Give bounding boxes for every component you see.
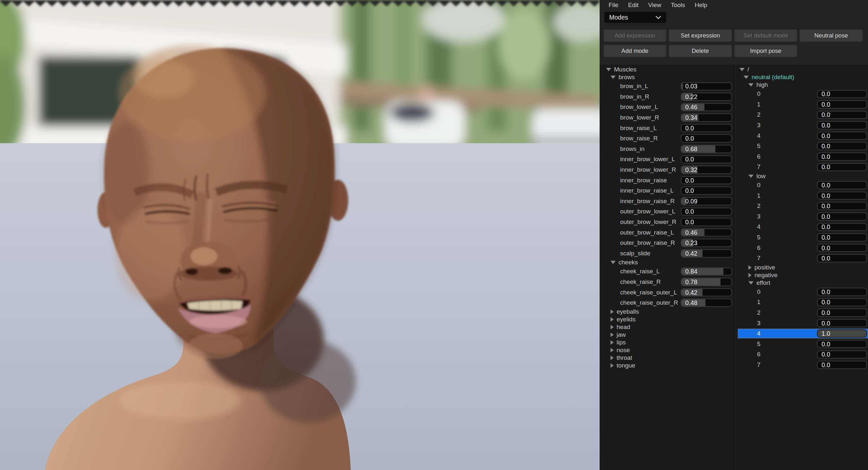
- param-row-outer-brow-lower-l[interactable]: outer_brow_lower_L0.0: [600, 206, 734, 217]
- param-row-cheek-raise-l[interactable]: cheek_raise_L0.84: [600, 266, 734, 277]
- value-slider[interactable]: 0.0: [817, 223, 867, 231]
- value-slider[interactable]: 0.0: [817, 90, 867, 98]
- tree-group-jaw[interactable]: jaw: [600, 331, 734, 339]
- tree-group-neutral-default[interactable]: neutral (default): [735, 73, 868, 81]
- value-slider[interactable]: 0.0: [681, 208, 732, 216]
- value-slider[interactable]: 0.78: [681, 278, 732, 286]
- value-slider[interactable]: 0.84: [681, 268, 732, 276]
- value-slider[interactable]: 0.0: [817, 350, 867, 359]
- param-row-2[interactable]: 20.0: [735, 109, 868, 120]
- expand-icon[interactable]: [611, 356, 614, 360]
- value-slider[interactable]: 1.0: [817, 329, 867, 338]
- value-slider[interactable]: 0.23: [681, 239, 732, 247]
- param-row-7[interactable]: 70.0: [735, 253, 868, 264]
- param-row-4[interactable]: 41.0: [735, 328, 868, 339]
- value-slider[interactable]: 0.0: [817, 111, 867, 119]
- add-mode-button[interactable]: Add mode: [603, 45, 666, 57]
- value-slider[interactable]: 0.0: [817, 132, 867, 140]
- param-row-4[interactable]: 40.0: [735, 222, 868, 232]
- tree-group-negative[interactable]: negative: [735, 271, 868, 279]
- param-row-brow-raise-r[interactable]: brow_raise_R0.0: [600, 133, 734, 144]
- expand-icon[interactable]: [748, 273, 752, 277]
- add-expression-button[interactable]: Add expression: [603, 30, 666, 42]
- tree-group-head[interactable]: head: [600, 323, 734, 331]
- param-row-cheek-raise-r[interactable]: cheek_raise_R0.78: [600, 277, 734, 288]
- delete-button[interactable]: Delete: [669, 45, 732, 57]
- value-slider[interactable]: 0.0: [817, 233, 867, 242]
- param-row-5[interactable]: 50.0: [735, 232, 868, 243]
- value-slider[interactable]: 0.0: [817, 121, 867, 129]
- param-row-1[interactable]: 10.0: [735, 99, 868, 110]
- param-row-outer-brow-lower-r[interactable]: outer_brow_lower_R0.0: [600, 217, 734, 228]
- param-row-brow-raise-l[interactable]: brow_raise_L0.0: [600, 123, 734, 133]
- collapse-icon[interactable]: [739, 68, 745, 71]
- tree-group-eyeballs[interactable]: eyeballs: [600, 308, 734, 315]
- param-row-6[interactable]: 60.0: [735, 242, 868, 253]
- param-row-0[interactable]: 00.0: [735, 287, 868, 297]
- 3d-viewport[interactable]: [0, 0, 600, 470]
- param-row-3[interactable]: 30.0: [735, 318, 868, 328]
- expand-icon[interactable]: [611, 325, 614, 329]
- param-row-scalp-slide[interactable]: scalp_slide0.42: [600, 248, 734, 259]
- tree-group-effort[interactable]: effort: [735, 279, 868, 287]
- value-slider[interactable]: 0.42: [681, 288, 732, 297]
- tree-group-low[interactable]: low: [735, 172, 868, 180]
- collapse-icon[interactable]: [748, 175, 753, 178]
- param-row-5[interactable]: 50.0: [735, 339, 868, 349]
- param-row-7[interactable]: 70.0: [735, 360, 868, 370]
- tree-group-muscles[interactable]: Muscles: [600, 66, 734, 73]
- value-slider[interactable]: 0.0: [681, 156, 732, 164]
- value-slider[interactable]: 0.0: [817, 212, 867, 221]
- expand-icon[interactable]: [611, 340, 614, 345]
- tree-group-brows[interactable]: brows: [600, 73, 734, 81]
- collapse-icon[interactable]: [606, 68, 611, 71]
- value-slider[interactable]: 0.0: [817, 319, 867, 328]
- param-row-cheek-raise-outer-l[interactable]: cheek_raise_outer_L0.42: [600, 287, 734, 298]
- value-slider[interactable]: 0.0: [817, 142, 867, 150]
- param-row-brow-in-r[interactable]: brow_in_R0.22: [600, 92, 734, 102]
- value-slider[interactable]: 0.0: [817, 192, 867, 200]
- set-expression-button[interactable]: Set expression: [669, 30, 732, 42]
- value-slider[interactable]: 0.46: [681, 103, 732, 111]
- collapse-icon[interactable]: [748, 83, 753, 87]
- param-row-6[interactable]: 60.0: [735, 152, 868, 162]
- value-slider[interactable]: 0.0: [681, 187, 732, 195]
- param-row-inner-brow-raise[interactable]: inner_brow_raise0.0: [600, 175, 734, 186]
- param-row-cheek-raise-outer-r[interactable]: cheek_raise_outer_R0.48: [600, 298, 734, 308]
- param-row-2[interactable]: 20.0: [735, 201, 868, 211]
- tree-group-eyelids[interactable]: eyelids: [600, 315, 734, 323]
- collapse-icon[interactable]: [748, 281, 753, 284]
- value-slider[interactable]: 0.0: [817, 153, 867, 161]
- value-slider[interactable]: 0.0: [681, 176, 732, 184]
- param-row-4[interactable]: 40.0: [735, 130, 868, 141]
- value-slider[interactable]: 0.0: [817, 340, 867, 348]
- param-row-2[interactable]: 20.0: [735, 308, 868, 318]
- param-row-1[interactable]: 10.0: [735, 297, 868, 308]
- param-row-brows-in[interactable]: brows_in0.68: [600, 144, 734, 155]
- value-slider[interactable]: 0.0: [817, 244, 867, 252]
- param-row-0[interactable]: 00.0: [735, 89, 868, 99]
- import-pose-button[interactable]: Import pose: [734, 45, 797, 57]
- value-slider[interactable]: 0.0: [817, 100, 867, 109]
- expand-icon[interactable]: [748, 265, 752, 270]
- param-row-brow-lower-l[interactable]: brow_lower_L0.46: [600, 102, 734, 112]
- menu-help[interactable]: Help: [690, 2, 712, 9]
- value-slider[interactable]: 0.09: [681, 197, 732, 205]
- param-row-inner-brow-lower-l[interactable]: inner_brow_lower_L0.0: [600, 154, 734, 165]
- collapse-icon[interactable]: [744, 76, 749, 79]
- menu-edit[interactable]: Edit: [623, 2, 644, 9]
- value-slider[interactable]: 0.0: [817, 181, 867, 189]
- value-slider[interactable]: 0.48: [681, 299, 732, 307]
- param-row-3[interactable]: 30.0: [735, 120, 868, 131]
- menu-view[interactable]: View: [643, 2, 666, 9]
- value-slider[interactable]: 0.0: [817, 288, 867, 296]
- value-slider[interactable]: 0.0: [817, 202, 867, 210]
- expand-icon[interactable]: [611, 333, 614, 337]
- tree-group-nose[interactable]: nose: [600, 346, 734, 354]
- param-row-5[interactable]: 50.0: [735, 141, 868, 152]
- param-row-outer-brow-raise-l[interactable]: outer_brow_raise_L0.46: [600, 227, 734, 238]
- param-row-brow-lower-r[interactable]: brow_lower_R0.34: [600, 112, 734, 123]
- value-slider[interactable]: 0.42: [681, 249, 732, 258]
- param-row-3[interactable]: 30.0: [735, 211, 868, 222]
- tree-group-throat[interactable]: throat: [600, 354, 734, 362]
